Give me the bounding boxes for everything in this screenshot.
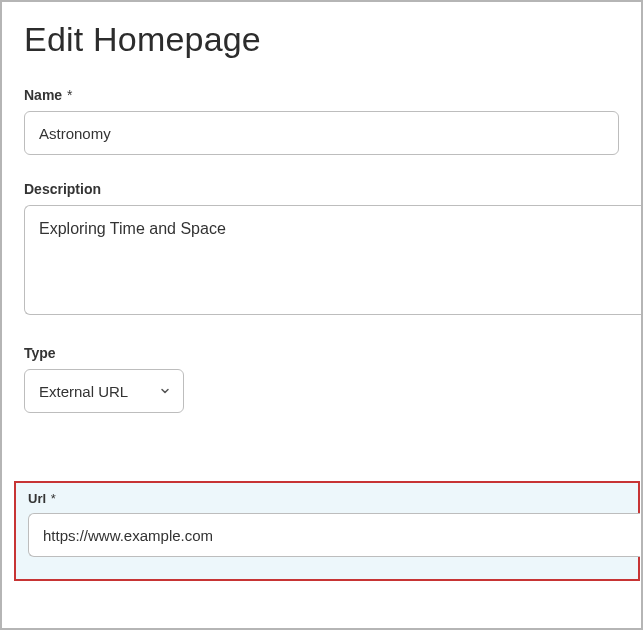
- type-select[interactable]: External URL: [24, 369, 184, 413]
- name-required-marker: *: [67, 87, 72, 103]
- name-field-group: Name *: [24, 87, 641, 155]
- url-required-marker: *: [51, 491, 56, 506]
- edit-homepage-form: Edit Homepage Name * Description Type Ex…: [0, 0, 643, 630]
- name-label-text: Name: [24, 87, 62, 103]
- name-input[interactable]: [24, 111, 619, 155]
- url-highlight-box: Url *: [14, 481, 640, 581]
- type-label: Type: [24, 345, 641, 361]
- description-label: Description: [24, 181, 641, 197]
- page-title: Edit Homepage: [24, 20, 641, 59]
- description-field-group: Description: [24, 181, 641, 319]
- chevron-down-icon: [159, 385, 171, 397]
- type-field-group: Type External URL: [24, 345, 641, 413]
- url-label: Url *: [28, 491, 638, 506]
- type-selected-value: External URL: [39, 383, 128, 400]
- url-input[interactable]: [28, 513, 640, 557]
- description-input[interactable]: [24, 205, 641, 315]
- url-label-text: Url: [28, 491, 46, 506]
- name-label: Name *: [24, 87, 641, 103]
